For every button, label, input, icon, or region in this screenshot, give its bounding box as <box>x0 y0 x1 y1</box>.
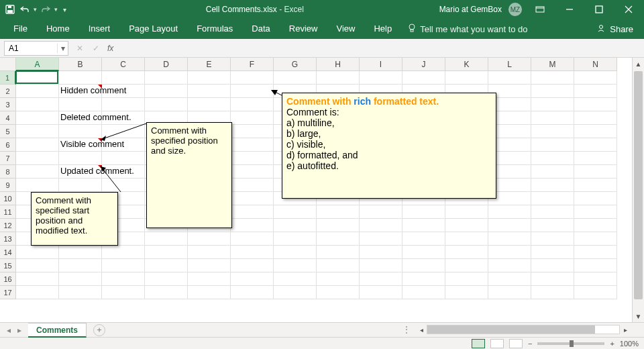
cell[interactable] <box>231 272 274 286</box>
cell[interactable] <box>231 98 274 111</box>
sheet-nav-next-icon[interactable]: ▸ <box>15 326 24 335</box>
cell[interactable] <box>188 232 231 246</box>
cell[interactable] <box>445 246 488 259</box>
cell[interactable] <box>402 71 445 85</box>
cell[interactable] <box>574 138 617 152</box>
sheet-nav-prev-icon[interactable]: ◂ <box>4 326 13 335</box>
cell[interactable] <box>188 286 231 299</box>
cell[interactable] <box>102 272 145 286</box>
split-handle-icon[interactable]: ⋮ <box>402 325 411 334</box>
enter-formula-icon[interactable]: ✓ <box>91 44 101 53</box>
cell[interactable] <box>59 286 102 299</box>
cell[interactable] <box>16 138 59 152</box>
cell[interactable] <box>488 219 531 232</box>
cell[interactable] <box>488 286 531 299</box>
cell[interactable] <box>574 179 617 192</box>
cell[interactable] <box>188 98 231 111</box>
cell[interactable] <box>574 165 617 179</box>
scroll-up-icon[interactable]: ▲ <box>633 58 644 70</box>
cell[interactable] <box>402 272 445 286</box>
col-header[interactable]: B <box>59 58 102 71</box>
tab-file[interactable]: File <box>4 19 37 39</box>
cell[interactable] <box>274 71 317 85</box>
cell[interactable] <box>402 205 445 219</box>
cell[interactable] <box>360 272 402 286</box>
cell[interactable] <box>274 259 317 272</box>
cell[interactable] <box>531 179 574 192</box>
cell[interactable] <box>16 179 59 192</box>
comment-indicator-icon[interactable] <box>98 85 102 89</box>
cell[interactable] <box>360 219 402 232</box>
minimize-button[interactable] <box>558 0 581 19</box>
scroll-thumb[interactable] <box>634 71 643 299</box>
vertical-scrollbar[interactable]: ▲ ▼ <box>632 58 644 322</box>
cell[interactable] <box>360 246 402 259</box>
save-icon[interactable] <box>4 3 16 15</box>
cell[interactable] <box>317 205 360 219</box>
cell[interactable] <box>574 85 617 98</box>
cell[interactable] <box>574 152 617 165</box>
qat-customize-icon[interactable]: ▾ <box>63 6 66 13</box>
cell[interactable] <box>231 165 274 179</box>
tab-data[interactable]: Data <box>242 19 279 39</box>
cell[interactable] <box>445 219 488 232</box>
cell[interactable] <box>531 259 574 272</box>
cell[interactable] <box>16 71 59 85</box>
cell[interactable] <box>145 246 188 259</box>
avatar[interactable]: MZ <box>508 3 522 16</box>
row-header[interactable]: 5 <box>0 125 16 138</box>
normal-view-button[interactable] <box>472 339 485 348</box>
cell[interactable] <box>16 165 59 179</box>
cell[interactable] <box>574 219 617 232</box>
cell[interactable] <box>102 98 145 111</box>
user-name[interactable]: Mario at GemBox <box>439 5 502 14</box>
cell[interactable] <box>360 259 402 272</box>
col-header[interactable]: L <box>488 58 531 71</box>
cell[interactable] <box>360 232 402 246</box>
cell[interactable] <box>317 272 360 286</box>
page-layout-view-button[interactable] <box>490 339 504 348</box>
cell[interactable] <box>102 125 145 138</box>
row-header[interactable]: 8 <box>0 165 16 179</box>
cell[interactable] <box>531 138 574 152</box>
name-box[interactable]: A1 ▾ <box>4 41 68 56</box>
cell[interactable] <box>59 71 102 85</box>
cell[interactable] <box>531 232 574 246</box>
cell[interactable] <box>16 286 59 299</box>
fx-label[interactable]: fx <box>107 44 113 53</box>
cell[interactable] <box>145 286 188 299</box>
cell[interactable] <box>145 98 188 111</box>
cell[interactable] <box>145 259 188 272</box>
tab-review[interactable]: Review <box>280 19 327 39</box>
tab-help[interactable]: Help <box>364 19 401 39</box>
row-header[interactable]: 16 <box>0 272 16 286</box>
cell[interactable] <box>488 232 531 246</box>
cell[interactable] <box>531 286 574 299</box>
cell[interactable] <box>488 246 531 259</box>
share-button[interactable]: Share <box>596 23 640 35</box>
col-header[interactable]: H <box>317 58 360 71</box>
cell[interactable] <box>231 85 274 98</box>
cell[interactable] <box>274 219 317 232</box>
cell[interactable] <box>274 272 317 286</box>
cell[interactable] <box>59 152 102 165</box>
comment-box[interactable]: Comment with specified position and size… <box>146 122 232 228</box>
cell[interactable] <box>445 286 488 299</box>
redo-icon[interactable] <box>40 3 52 15</box>
cell[interactable] <box>317 71 360 85</box>
cell[interactable] <box>445 259 488 272</box>
row-header[interactable]: 13 <box>0 232 16 246</box>
cell[interactable] <box>231 138 274 152</box>
cell[interactable] <box>574 111 617 125</box>
cell[interactable] <box>102 286 145 299</box>
cell[interactable] <box>231 219 274 232</box>
cell[interactable] <box>531 246 574 259</box>
col-header[interactable]: F <box>231 58 274 71</box>
cell[interactable] <box>16 272 59 286</box>
cell[interactable] <box>574 205 617 219</box>
zoom-out-button[interactable]: − <box>528 340 532 348</box>
cell[interactable] <box>188 272 231 286</box>
tab-home[interactable]: Home <box>37 19 79 39</box>
cell[interactable] <box>16 111 59 125</box>
cell[interactable] <box>531 152 574 165</box>
